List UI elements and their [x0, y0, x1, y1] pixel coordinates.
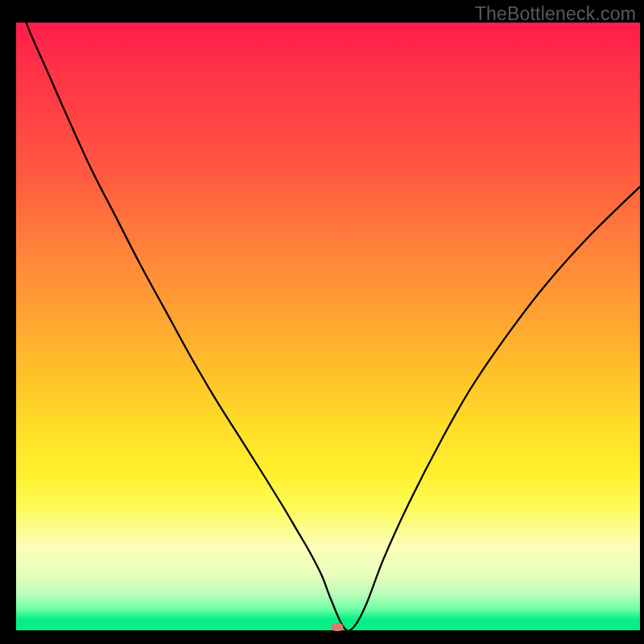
watermark-label: TheBottleneck.com: [475, 3, 636, 25]
optimum-marker: [332, 623, 344, 631]
plot-area: [16, 23, 640, 630]
bottleneck-curve: [16, 23, 640, 630]
chart-frame: TheBottleneck.com: [0, 0, 644, 644]
